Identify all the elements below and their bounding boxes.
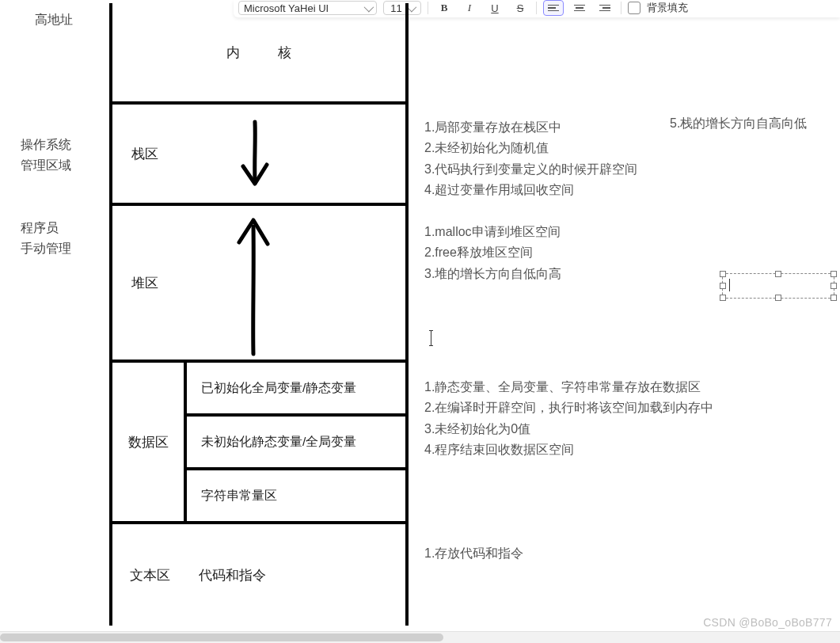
resize-handle[interactable] [775, 295, 781, 301]
label-programmer-managed: 程序员 手动管理 [21, 218, 100, 258]
note-line: 1.malloc申请到堆区空间 [424, 222, 561, 242]
note-line: 4.超过变量作用域回收空间 [424, 180, 637, 200]
notes-stack: 1.局部变量存放在栈区中 2.未经初始化为随机值 3.代码执行到变量定义的时候开… [424, 117, 637, 201]
region-heap-label: 堆区 [131, 274, 158, 292]
resize-handle[interactable] [830, 295, 837, 301]
watermark: CSDN @BoBo_oBoB777 [703, 616, 832, 629]
label-prog-line1: 程序员 [21, 221, 59, 234]
label-prog-line2: 手动管理 [21, 242, 71, 255]
notes-text: 1.存放代码和指令 [424, 543, 523, 564]
note-line: 1.局部变量存放在栈区中 [424, 117, 637, 138]
notes-heap: 1.malloc申请到堆区空间 2.free释放堆区空间 3.堆的增长方向自低向… [424, 222, 561, 284]
horizontal-scrollbar[interactable] [0, 631, 840, 643]
note-line: 4.程序结束回收数据区空间 [424, 439, 713, 460]
region-data-uninitialized: 未初始化静态变量/全局变量 [187, 417, 405, 470]
note-line: 2.未经初始化为随机值 [424, 138, 637, 158]
region-text-content: 代码和指令 [199, 566, 266, 584]
label-high-address: 高地址 [35, 10, 73, 30]
note-line: 3.未经初始化为0值 [424, 419, 713, 439]
note-line: 3.堆的增长方向自低向高 [424, 264, 561, 284]
region-data-initialized: 已初始化全局变量/静态变量 [187, 363, 405, 417]
label-os-line1: 操作系统 [21, 138, 71, 151]
resize-handle[interactable] [830, 271, 837, 277]
region-text-label: 文本区 [130, 566, 170, 584]
note-line: 1.静态变量、全局变量、字符串常量存放在数据区 [424, 377, 713, 398]
region-kernel: 内核 [112, 3, 405, 105]
region-kernel-label: 内核 [188, 44, 329, 62]
resize-handle[interactable] [720, 271, 726, 277]
region-data-string-const: 字符串常量区 [187, 470, 405, 521]
notes-data: 1.静态变量、全局变量、字符串常量存放在数据区 2.在编译时开辟空间，执行时将该… [424, 377, 713, 461]
region-data-label: 数据区 [112, 363, 187, 521]
note-line: 2.在编译时开辟空间，执行时将该空间加载到内存中 [424, 398, 713, 418]
text-cursor-icon [431, 330, 431, 346]
text-cursor-icon [729, 279, 730, 291]
region-text: 文本区 代码和指令 [112, 524, 405, 626]
heap-grows-up-arrow [230, 215, 277, 361]
region-data: 数据区 已初始化全局变量/静态变量 未初始化静态变量/全局变量 字符串常量区 [112, 363, 405, 524]
diagram-canvas[interactable]: 高地址 操作系统 管理区域 程序员 手动管理 内核 栈区 堆区 数据区 已初始化… [0, 0, 840, 643]
region-data-sublist: 已初始化全局变量/静态变量 未初始化静态变量/全局变量 字符串常量区 [187, 363, 405, 521]
stack-grows-down-arrow [231, 117, 279, 192]
resize-handle[interactable] [720, 283, 726, 289]
resize-handle[interactable] [830, 283, 837, 289]
note-stack-direction: 5.栈的增长方向自高向低 [670, 116, 807, 132]
note-line: 2.free释放堆区空间 [424, 242, 561, 263]
note-line: 3.代码执行到变量定义的时候开辟空间 [424, 159, 637, 180]
resize-handle[interactable] [720, 295, 726, 301]
selected-text-box[interactable] [722, 273, 834, 299]
region-stack-label: 栈区 [131, 145, 158, 163]
label-os-managed: 操作系统 管理区域 [21, 135, 100, 175]
note-line: 1.存放代码和指令 [424, 543, 523, 564]
label-os-line2: 管理区域 [21, 158, 71, 172]
scrollbar-thumb[interactable] [0, 633, 443, 641]
resize-handle[interactable] [775, 271, 781, 277]
